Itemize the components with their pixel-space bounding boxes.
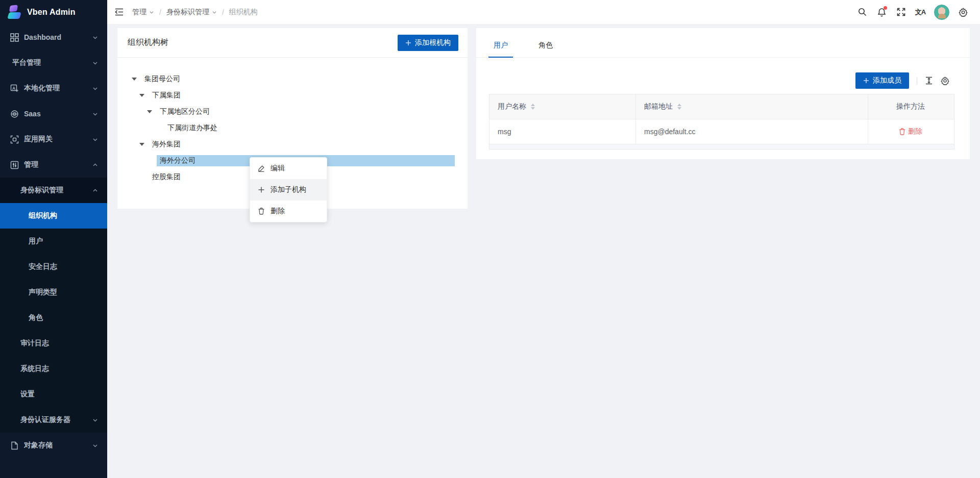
translate-icon[interactable]: 文A	[911, 0, 930, 24]
chevron-down-icon	[92, 443, 98, 448]
tree-node-street-office[interactable]: 下属街道办事处	[130, 121, 455, 135]
chevron-down-icon	[92, 60, 98, 66]
trash-icon	[258, 208, 265, 215]
toolbar-divider	[917, 77, 917, 85]
tree-expand-icon[interactable]	[138, 94, 149, 97]
sidebar-item-users[interactable]: 用户	[0, 229, 107, 254]
management-icon	[10, 161, 19, 169]
table-scrollbar-track	[489, 144, 954, 149]
sidebar-item-identity-management[interactable]: 身份标识管理	[0, 178, 107, 203]
sidebar: Vben Admin Dashboard 平台管理 A 本地化管理 Saas	[0, 0, 107, 478]
tree-node-overseas-group[interactable]: 海外集团	[130, 138, 455, 151]
sort-icon[interactable]	[677, 104, 681, 110]
sidebar-item-platform-management[interactable]: 平台管理	[0, 50, 107, 76]
search-icon[interactable]	[852, 0, 872, 24]
sidebar-item-system-logs[interactable]: 系统日志	[0, 356, 107, 382]
sidebar-item-roles[interactable]: 角色	[0, 305, 107, 331]
members-table: 用户名称 邮箱地址 操作方法 msg msg@default.cc	[489, 94, 954, 149]
org-tree-title: 组织机构树	[128, 37, 168, 48]
row-height-icon[interactable]	[925, 77, 933, 85]
cell-email: msg@default.cc	[636, 119, 868, 144]
context-menu-edit[interactable]: 编辑	[250, 158, 327, 179]
sidebar-menu: Dashboard 平台管理 A 本地化管理 Saas 应用网关	[0, 24, 107, 478]
add-member-button[interactable]: 添加成员	[855, 72, 909, 89]
sidebar-item-object-storage[interactable]: 对象存储	[0, 433, 107, 458]
delete-member-button[interactable]: 删除	[899, 127, 922, 136]
chevron-up-icon	[92, 188, 98, 193]
sidebar-item-label: 对象存储	[24, 441, 92, 450]
breadcrumb-separator: /	[159, 8, 161, 16]
sidebar-item-audit-logs[interactable]: 审计日志	[0, 331, 107, 356]
tree-node-group-parent[interactable]: 集团母公司	[130, 72, 455, 86]
sort-icon[interactable]	[531, 104, 535, 110]
column-header-username[interactable]: 用户名称	[489, 94, 636, 119]
tab-users[interactable]: 用户	[488, 41, 513, 58]
sidebar-item-organizations[interactable]: 组织机构	[0, 203, 107, 229]
context-menu-add-child[interactable]: 添加子机构	[250, 179, 327, 200]
breadcrumb-item-identity-management[interactable]: 身份标识管理	[166, 8, 217, 17]
breadcrumb-label: 组织机构	[229, 8, 258, 17]
chevron-down-icon	[92, 137, 98, 142]
column-settings-gear-icon[interactable]	[941, 77, 949, 85]
main-content: 组织机构树 添加根机构 集团母公司 下属集团 下属地区分公司 下属街道办事处	[107, 24, 980, 478]
saas-icon	[10, 110, 19, 118]
sidebar-item-label: 平台管理	[12, 58, 92, 67]
notification-badge-dot	[884, 6, 887, 10]
settings-gear-icon[interactable]	[953, 0, 973, 24]
table-toolbar: 添加成员	[476, 72, 949, 89]
chevron-down-icon	[92, 417, 98, 423]
sidebar-item-label: 声明类型	[29, 288, 98, 297]
notification-bell-icon[interactable]	[872, 0, 891, 24]
sidebar-item-localization[interactable]: A 本地化管理	[0, 76, 107, 101]
sidebar-item-management[interactable]: 管理	[0, 152, 107, 178]
translate-glyph: 文A	[915, 8, 925, 17]
tree-node-regional-branch[interactable]: 下属地区分公司	[130, 105, 455, 118]
menu-fold-icon[interactable]	[114, 7, 124, 17]
app-title: Vben Admin	[27, 8, 76, 17]
chevron-down-icon	[92, 35, 98, 40]
header-actions: 文A	[852, 0, 973, 24]
sidebar-item-dashboard[interactable]: Dashboard	[0, 24, 107, 50]
sidebar-item-label: 应用网关	[24, 135, 92, 144]
sidebar-item-claim-types[interactable]: 声明类型	[0, 280, 107, 305]
column-header-label: 用户名称	[498, 102, 526, 111]
context-menu-label: 编辑	[271, 164, 285, 173]
sidebar-item-label: 审计日志	[20, 339, 98, 348]
chevron-down-icon	[149, 10, 154, 15]
user-avatar[interactable]	[934, 5, 949, 20]
delete-label: 删除	[908, 127, 922, 136]
sidebar-item-label: 安全日志	[29, 262, 98, 271]
sidebar-item-saas[interactable]: Saas	[0, 101, 107, 127]
context-menu-delete[interactable]: 删除	[250, 200, 327, 222]
sidebar-item-identity-server[interactable]: 身份认证服务器	[0, 407, 107, 433]
sidebar-item-app-gateway[interactable]: 应用网关	[0, 127, 107, 152]
context-menu-label: 添加子机构	[271, 185, 306, 194]
breadcrumb-label: 身份标识管理	[166, 8, 209, 17]
sidebar-item-label: 角色	[29, 313, 98, 322]
context-menu-label: 删除	[271, 207, 285, 216]
breadcrumb-label: 管理	[132, 8, 146, 17]
cell-username: msg	[489, 119, 636, 144]
sidebar-item-label: 用户	[29, 237, 98, 246]
app-logo[interactable]: Vben Admin	[0, 0, 107, 24]
tree-expand-icon[interactable]	[138, 143, 149, 146]
sidebar-item-label: Dashboard	[24, 33, 92, 41]
fullscreen-icon[interactable]	[891, 0, 911, 24]
column-header-email[interactable]: 邮箱地址	[636, 94, 868, 119]
breadcrumb-item-management[interactable]: 管理	[132, 8, 154, 17]
column-header-label: 邮箱地址	[644, 102, 673, 111]
add-root-org-button[interactable]: 添加根机构	[398, 35, 458, 51]
column-header-actions: 操作方法	[868, 94, 953, 119]
tab-roles[interactable]: 角色	[533, 41, 558, 58]
gateway-icon	[10, 135, 19, 144]
tree-expand-icon[interactable]	[130, 78, 141, 81]
add-root-org-label: 添加根机构	[415, 38, 451, 47]
tree-expand-icon[interactable]	[145, 110, 157, 113]
sidebar-item-security-logs[interactable]: 安全日志	[0, 254, 107, 280]
vben-logo-icon	[7, 5, 22, 20]
tree-node-sub-group[interactable]: 下属集团	[130, 89, 455, 102]
chevron-up-icon	[92, 162, 98, 168]
sidebar-item-settings[interactable]: 设置	[0, 382, 107, 407]
sidebar-item-label: 系统日志	[20, 364, 98, 373]
sidebar-item-label: 身份认证服务器	[20, 415, 92, 424]
